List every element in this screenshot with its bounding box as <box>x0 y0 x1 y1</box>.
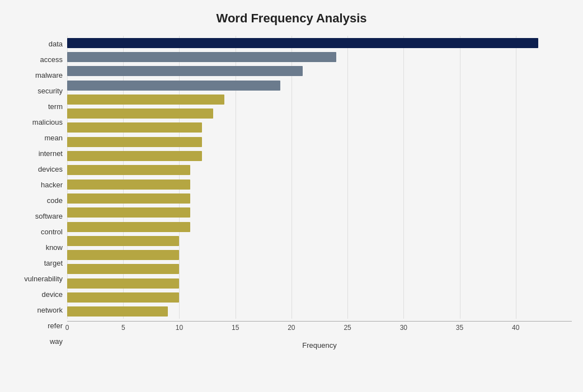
bar <box>67 222 190 232</box>
y-label: malware <box>35 72 63 79</box>
bar-row <box>67 121 572 134</box>
bar <box>67 193 190 204</box>
bar <box>67 236 179 246</box>
y-label: network <box>37 306 63 314</box>
bar-row <box>67 136 572 148</box>
y-label: way <box>50 338 63 345</box>
y-label: data <box>49 40 63 48</box>
bar-row <box>67 65 572 77</box>
grid-line <box>347 36 348 319</box>
x-tick: 0 <box>65 324 69 332</box>
bar-row <box>67 107 572 120</box>
chart-container: Word Frequency Analysis dataaccessmalwar… <box>0 0 583 392</box>
x-tick: 20 <box>288 324 295 332</box>
bar <box>67 250 179 260</box>
x-tick: 35 <box>456 324 463 332</box>
grid-line <box>460 36 460 319</box>
bar-row <box>67 192 572 205</box>
x-tick: 25 <box>344 324 351 332</box>
bar <box>67 122 202 133</box>
grid-line <box>292 36 292 319</box>
bar <box>67 306 168 317</box>
bar-row <box>67 263 572 275</box>
bar <box>67 66 303 76</box>
bar-row <box>67 93 572 106</box>
x-tick: 15 <box>232 324 239 332</box>
bar-row <box>67 235 572 247</box>
bar <box>67 52 336 62</box>
y-label: access <box>40 56 63 63</box>
bar-row <box>67 178 572 191</box>
y-axis-labels: dataaccessmalwaresecuritytermmaliciousme… <box>11 36 67 350</box>
x-axis-label: Frequency <box>67 341 572 350</box>
grid-lines <box>67 36 572 319</box>
bar-row <box>67 51 572 63</box>
x-axis: 0510152025303540 <box>67 321 572 338</box>
bar <box>67 137 202 147</box>
grid-line <box>179 36 180 319</box>
grid-line <box>123 36 124 319</box>
bar-row <box>67 164 572 176</box>
bar-row <box>67 37 572 49</box>
bar-row <box>67 291 572 304</box>
y-label: device <box>41 291 63 298</box>
y-label: devices <box>38 166 63 173</box>
bar-row <box>67 206 572 219</box>
chart-area: dataaccessmalwaresecuritytermmaliciousme… <box>11 36 572 350</box>
bar <box>67 38 538 48</box>
chart-title: Word Frequency Analysis <box>11 11 572 26</box>
y-label: vulnerability <box>24 275 63 282</box>
y-label: code <box>47 197 63 204</box>
grid-line <box>67 36 68 319</box>
grid-line <box>236 36 236 319</box>
bar <box>67 95 224 105</box>
y-label: target <box>44 259 63 267</box>
bar-row <box>67 221 572 233</box>
grid-line <box>516 36 516 319</box>
x-tick: 30 <box>400 324 407 332</box>
y-label: software <box>35 212 63 220</box>
y-label: security <box>37 87 63 95</box>
y-label: know <box>46 244 63 251</box>
bar <box>67 207 190 218</box>
bar-row <box>67 150 572 162</box>
y-label: control <box>41 228 63 235</box>
bar <box>67 180 190 190</box>
y-label: mean <box>44 134 63 141</box>
y-label: malicious <box>32 119 63 126</box>
x-tick: 5 <box>121 324 125 332</box>
x-tick: 10 <box>176 324 183 332</box>
bar-row <box>67 277 572 290</box>
y-label: refer <box>48 322 63 329</box>
bar <box>67 264 179 274</box>
bar-row <box>67 305 572 318</box>
bar-row <box>67 249 572 261</box>
bars-wrapper <box>67 36 572 319</box>
bar <box>67 108 213 119</box>
bar-row <box>67 79 572 92</box>
bar <box>67 165 190 175</box>
y-label: internet <box>39 150 63 157</box>
plot-area: 0510152025303540 Frequency <box>67 36 572 350</box>
bar <box>67 292 179 303</box>
x-tick: 40 <box>512 324 519 332</box>
y-label: term <box>48 103 63 110</box>
bar <box>67 278 179 289</box>
bar <box>67 81 280 91</box>
y-label: hacker <box>41 181 63 188</box>
bar <box>67 151 202 161</box>
grid-line <box>403 36 404 319</box>
